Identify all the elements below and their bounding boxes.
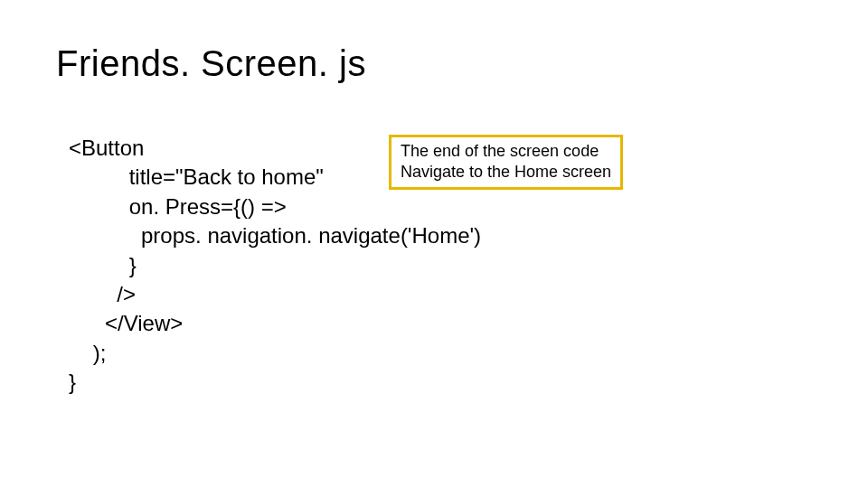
annotation-line-2: Navigate to the Home screen xyxy=(401,162,611,183)
slide: Friends. Screen. js <Button title="Back … xyxy=(0,0,868,488)
annotation-box: The end of the screen code Navigate to t… xyxy=(389,135,623,190)
page-title: Friends. Screen. js xyxy=(56,43,366,84)
annotation-line-1: The end of the screen code xyxy=(401,141,611,162)
